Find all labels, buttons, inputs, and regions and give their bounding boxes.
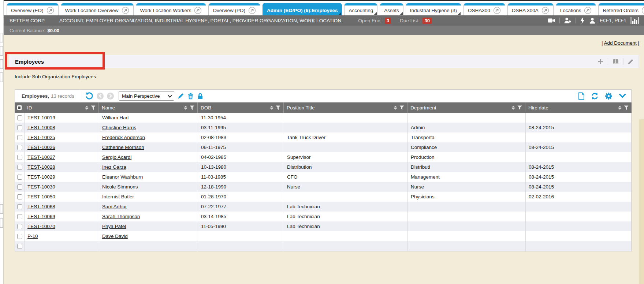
perspective-select[interactable]: Main Perspective [119,91,174,101]
video-camera-icon[interactable] [547,17,555,24]
new-file-icon[interactable] [578,92,585,100]
employee-name-link[interactable]: Inez Garza [102,164,126,170]
sort-icon[interactable] [270,106,273,110]
employee-name-link[interactable]: Christine Harris [102,125,136,130]
tab-osha300[interactable]: OSHA300 [464,3,505,15]
employee-id-link[interactable]: TEST-10070 [27,224,55,229]
employee-name-link[interactable]: Sarah Thompson [102,214,140,219]
due-list-badge[interactable]: 30 [422,18,431,24]
lock-icon[interactable] [197,93,204,100]
employee-id-link[interactable]: TEST-10025 [27,135,55,140]
employee-name-link[interactable]: Catherine Morrison [102,145,144,150]
employee-id-link[interactable]: TEST-10029 [27,174,55,180]
delete-trash-icon[interactable] [187,93,194,100]
employee-name-link[interactable]: Nicole Simmons [102,184,138,190]
employee-name-link[interactable]: Dave David [102,233,128,239]
add-user-icon[interactable] [564,17,572,24]
employee-name-link[interactable]: Eleanor Washburn [102,174,143,180]
row-checkbox[interactable] [17,155,22,160]
book-icon[interactable] [612,59,619,65]
row-checkbox[interactable] [17,115,22,120]
column-header-id[interactable]: ID [24,102,99,113]
employee-id-link[interactable]: P-10 [27,233,38,239]
gear-icon[interactable] [605,92,613,100]
external-link-icon[interactable] [584,7,592,14]
tab-admin-eo-po-6-employees[interactable]: Admin (EO/PO) (6):Employees [263,3,342,15]
employee-id-link[interactable]: TEST-10028 [27,164,55,170]
employee-name-link[interactable]: Sergio Acardi [102,154,131,160]
employee-id-link[interactable]: TEST-10069 [27,214,55,219]
add-document-link[interactable]: Add Document [604,40,636,46]
tab-industrial-hygiene-3[interactable]: Industrial Hygiene (3) [406,3,461,15]
sort-icon[interactable] [394,106,397,110]
forward-icon[interactable] [107,93,114,100]
column-header-department[interactable]: Department [407,102,525,113]
external-link-icon[interactable] [194,7,202,14]
tab-work-location-workers[interactable]: Work Location Workers [136,3,206,15]
external-link-icon[interactable] [46,7,54,14]
row-checkbox[interactable] [17,184,22,190]
row-checkbox[interactable] [17,244,22,249]
external-link-icon[interactable] [493,7,501,14]
edit-pencil-icon[interactable] [628,59,634,65]
include-sub-org-link[interactable]: Include Sub Organization Employees [15,74,96,79]
external-link-icon[interactable] [641,7,644,14]
row-checkbox[interactable] [17,224,22,229]
row-checkbox[interactable] [17,125,22,130]
column-header-dob[interactable]: DOB [198,102,284,113]
column-header-hire-date[interactable]: Hire date [525,102,632,113]
undo-icon[interactable] [85,92,93,100]
tab-locations[interactable]: Locations [556,3,596,15]
sort-icon[interactable] [511,106,515,110]
external-link-icon[interactable] [122,7,129,14]
sort-icon[interactable] [184,106,187,110]
add-icon[interactable] [598,59,604,65]
tab-assets[interactable]: Assets [380,3,403,15]
employee-id-link[interactable]: TEST-10050 [27,194,55,199]
column-header-name[interactable]: Name [99,102,198,113]
row-checkbox[interactable] [17,194,22,199]
employee-name-link[interactable]: Frederick Anderson [102,135,145,140]
row-checkbox[interactable] [17,214,22,219]
row-checkbox[interactable] [17,135,22,140]
tab-overview-po[interactable]: Overview (PO) [208,3,260,15]
employee-id-link[interactable]: TEST-10019 [27,115,55,120]
filter-funnel-icon[interactable] [91,105,96,110]
collapse-chevron-icon[interactable] [619,93,626,98]
bolt-icon[interactable] [580,17,585,24]
external-link-icon[interactable] [541,7,549,14]
employee-id-link[interactable]: TEST-10030 [27,184,55,190]
employee-name-link[interactable]: William Hart [102,115,129,120]
tab-accounting[interactable]: Accounting [344,3,377,15]
filter-funnel-icon[interactable] [517,105,522,110]
external-link-icon[interactable] [248,7,256,14]
column-header-position-title[interactable]: Position Title [284,102,407,113]
row-checkbox[interactable] [17,204,22,209]
row-checkbox[interactable] [17,145,22,150]
row-checkbox[interactable] [17,175,22,180]
sort-icon[interactable] [85,106,89,110]
edit-perspective-pencil-icon[interactable] [178,93,184,99]
employee-name-link[interactable]: Sam Arthur [102,204,127,209]
employee-id-link[interactable]: TEST-10008 [27,125,55,130]
employee-id-link[interactable]: TEST-10027 [27,154,55,160]
employee-name-link[interactable]: Priya Patel [102,224,126,229]
back-icon[interactable] [97,93,104,100]
filter-funnel-icon[interactable] [624,105,629,110]
employee-id-link[interactable]: TEST-10068 [27,204,55,209]
open-enc-badge[interactable]: 3 [385,18,391,24]
bar-chart-icon[interactable] [630,17,639,24]
filter-funnel-icon[interactable] [276,105,280,110]
tab-osha-300a[interactable]: OSHA 300A [507,3,554,15]
filter-funnel-icon[interactable] [399,105,404,110]
refresh-icon[interactable] [591,92,599,100]
tab-overview-eo[interactable]: Overview (EO) [7,3,59,15]
tab-work-location-overview[interactable]: Work Location Overview [61,3,134,15]
tab-referred-orders[interactable]: Referred Orders [598,3,644,15]
row-checkbox[interactable] [17,165,22,170]
select-all-checkbox[interactable] [17,105,22,110]
filter-funnel-icon[interactable] [190,105,194,110]
employee-name-link[interactable]: Internist Butler [102,194,134,199]
employee-id-link[interactable]: TEST-10026 [27,145,55,150]
row-checkbox[interactable] [17,234,22,239]
